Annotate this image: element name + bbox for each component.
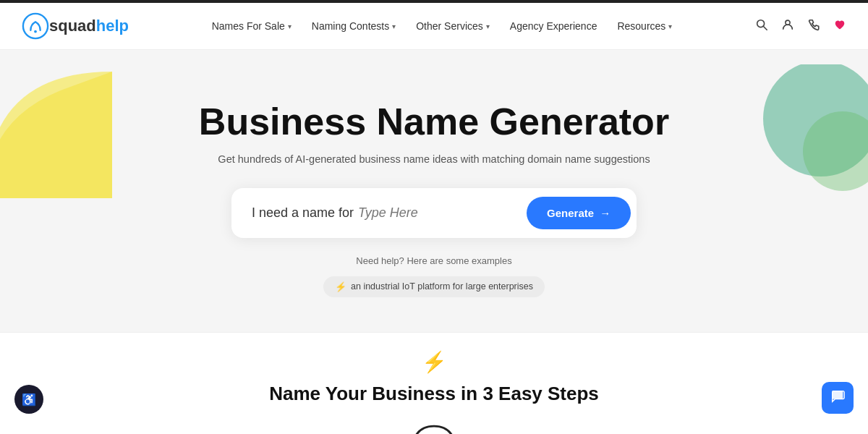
accessibility-icon: ♿ <box>22 393 36 407</box>
svg-point-0 <box>23 14 48 38</box>
nav-item-names-for-sale[interactable]: Names For Sale ▾ <box>205 16 299 36</box>
hero-subtitle: Get hundreds of AI-generated business na… <box>218 153 650 165</box>
generate-button[interactable]: Generate → <box>527 197 631 229</box>
logo-text-help: help <box>96 17 129 35</box>
arrow-right-icon: → <box>600 207 610 219</box>
deco-right <box>749 64 868 191</box>
chevron-down-icon: ▾ <box>288 22 292 30</box>
nav-item-resources[interactable]: Resources ▾ <box>610 16 679 36</box>
bolt-icon: ⚡ <box>335 281 346 292</box>
heart-icon[interactable] <box>833 18 846 35</box>
hero-section: Business Name Generator Get hundreds of … <box>0 50 868 332</box>
svg-line-3 <box>763 26 767 30</box>
header-icons <box>755 18 846 35</box>
header: squadhelp Names For Sale ▾ Naming Contes… <box>0 3 868 50</box>
step-shape-1 <box>401 420 467 434</box>
nav-item-naming-contests[interactable]: Naming Contests ▾ <box>305 16 403 36</box>
svg-point-1 <box>34 30 37 33</box>
chevron-down-icon: ▾ <box>486 22 490 30</box>
nav-item-other-services[interactable]: Other Services ▾ <box>409 16 497 36</box>
phone-icon[interactable] <box>807 18 820 35</box>
steps-illustrations <box>401 420 467 434</box>
bottom-section: ⚡ Name Your Business in 3 Easy Steps <box>0 332 868 434</box>
bolt-icon-large: ⚡ <box>422 350 447 374</box>
example-chip[interactable]: ⚡ an industrial IoT platform for large e… <box>323 276 545 297</box>
search-icon[interactable] <box>755 18 768 35</box>
steps-title: Name Your Business in 3 Easy Steps <box>269 383 599 405</box>
logo-text-squad: squad <box>49 17 96 35</box>
deco-left <box>0 72 112 198</box>
chevron-down-icon: ▾ <box>668 22 672 30</box>
chevron-down-icon: ▾ <box>392 22 396 30</box>
search-prefix: I need a name for <box>252 205 354 221</box>
search-box: I need a name for Generate → <box>231 188 637 238</box>
main-nav: Names For Sale ▾ Naming Contests ▾ Other… <box>205 16 680 36</box>
nav-item-agency-experience[interactable]: Agency Experience <box>503 16 605 36</box>
help-text: Need help? Here are some examples <box>356 255 511 266</box>
logo[interactable]: squadhelp <box>22 12 129 40</box>
user-icon[interactable] <box>781 18 794 35</box>
chat-button[interactable] <box>822 382 854 414</box>
logo-icon <box>22 12 49 40</box>
search-input[interactable] <box>358 205 527 221</box>
chat-icon <box>830 388 846 408</box>
hero-title: Business Name Generator <box>199 100 669 143</box>
accessibility-button[interactable]: ♿ <box>14 385 43 414</box>
